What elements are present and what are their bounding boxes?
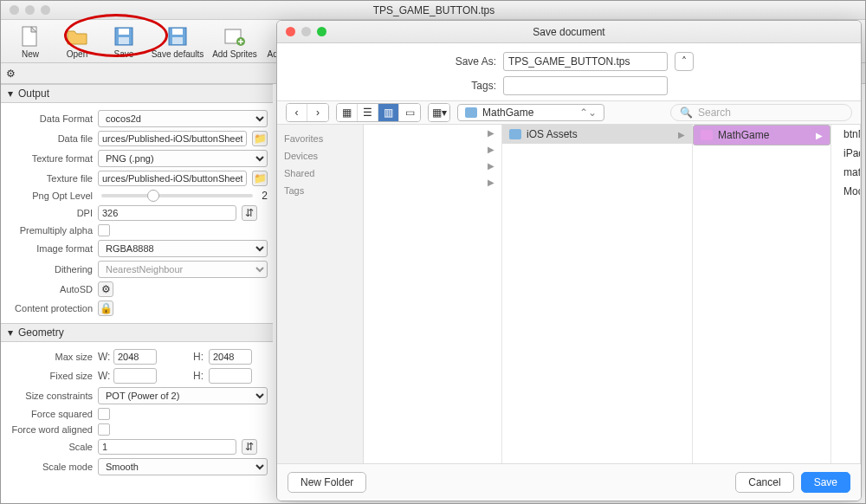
- save-dialog: Save document Save As: ˄ Tags: ‹› ▦ ☰ ▥ …: [276, 20, 862, 501]
- max-w-input[interactable]: [113, 349, 157, 365]
- scale-mode-select[interactable]: Smooth: [98, 458, 268, 475]
- folder-icon: [65, 24, 89, 48]
- image-format-select[interactable]: RGBA8888: [98, 240, 268, 257]
- list-item[interactable]: Mockup.psd: [831, 182, 860, 201]
- list-item[interactable]: mathgameMockup.png: [831, 163, 860, 182]
- chevron-updown-icon: ⌃⌄: [579, 107, 597, 119]
- save-icon: [112, 24, 136, 48]
- geometry-section-header[interactable]: ▾Geometry: [1, 323, 273, 342]
- max-h-input[interactable]: [209, 349, 252, 365]
- folder-icon: [465, 107, 477, 118]
- list-item[interactable]: ▶: [364, 158, 501, 174]
- dialog-title: Save document: [277, 26, 861, 38]
- stepper-icon[interactable]: ⇵: [242, 205, 257, 221]
- list-item[interactable]: iPadMockup.psd: [831, 144, 860, 163]
- dialog-close-traffic[interactable]: [286, 27, 295, 36]
- file-icon: [18, 24, 42, 48]
- svg-rect-5: [172, 29, 183, 35]
- close-traffic[interactable]: [10, 5, 19, 15]
- finder-sidebar: Favorites Devices Shared Tags: [277, 125, 364, 463]
- stepper-icon[interactable]: ⇵: [242, 439, 257, 455]
- coverflow-view-icon: ▭: [399, 104, 420, 121]
- min-traffic[interactable]: [25, 5, 35, 15]
- fixed-w-input[interactable]: [113, 368, 157, 384]
- gear-icon[interactable]: ⚙: [6, 68, 16, 80]
- browse-icon[interactable]: 📁: [252, 171, 268, 186]
- cancel-button[interactable]: Cancel: [735, 472, 793, 493]
- column-view-icon: ▥: [378, 104, 399, 121]
- svg-rect-3: [119, 37, 129, 44]
- add-sprites-button[interactable]: Add Sprites: [210, 23, 259, 61]
- search-icon: 🔍: [680, 107, 693, 119]
- texture-file-input[interactable]: [98, 171, 247, 186]
- png-opt-slider[interactable]: [101, 194, 253, 197]
- list-item[interactable]: ▶: [364, 125, 501, 141]
- svg-rect-6: [172, 37, 183, 44]
- force-squared-checkbox[interactable]: [98, 408, 110, 420]
- size-constraints-select[interactable]: POT (Power of 2): [98, 387, 268, 404]
- main-titlebar: TPS_GAME_BUTTON.tps: [1, 1, 866, 20]
- dpi-input[interactable]: [98, 205, 236, 221]
- column-3: btnMenu.png iPadMockup.psd mathgameMocku…: [831, 125, 861, 463]
- search-input[interactable]: 🔍 Search: [670, 104, 852, 121]
- expand-toggle[interactable]: ˄: [675, 52, 694, 71]
- icon-view-icon: ▦: [337, 104, 358, 121]
- save-as-label: Save As:: [444, 55, 496, 68]
- column-2: MathGame▶: [693, 125, 831, 463]
- list-item[interactable]: ▶: [364, 174, 501, 191]
- tags-input[interactable]: [503, 76, 668, 95]
- add-sprites-icon: [223, 24, 247, 48]
- data-format-select[interactable]: cocos2d: [98, 110, 268, 127]
- data-file-input[interactable]: [98, 131, 247, 146]
- list-item[interactable]: iOS Assets▶: [502, 125, 692, 144]
- new-folder-button[interactable]: New Folder: [288, 472, 366, 493]
- open-button[interactable]: Open: [56, 23, 98, 61]
- texture-format-select[interactable]: PNG (.png): [98, 150, 268, 167]
- sidebar-shared[interactable]: Shared: [277, 165, 363, 182]
- save-defaults-icon: [165, 24, 190, 48]
- folder-icon: [701, 130, 713, 140]
- svg-rect-2: [119, 29, 129, 35]
- folder-icon: [509, 129, 521, 139]
- content-protection-button[interactable]: 🔒: [98, 300, 113, 316]
- tags-label: Tags:: [444, 80, 496, 92]
- settings-panel: ▾Output Data Formatcocos2d Data file📁 Te…: [1, 84, 273, 504]
- column-1: iOS Assets▶: [502, 125, 693, 463]
- label: Data Format: [6, 113, 93, 124]
- view-mode-group[interactable]: ▦ ☰ ▥ ▭: [336, 103, 421, 122]
- zoom-traffic[interactable]: [41, 5, 50, 15]
- column-0: ▶ ▶ ▶ ▶: [364, 125, 502, 463]
- dialog-min-traffic[interactable]: [301, 27, 311, 36]
- list-view-icon: ☰: [358, 104, 378, 121]
- sidebar-favorites[interactable]: Favorites: [277, 130, 363, 147]
- save-button[interactable]: Save: [103, 23, 145, 61]
- list-item[interactable]: btnMenu.png: [831, 125, 860, 144]
- dithering-select[interactable]: NearestNeighbour: [98, 261, 268, 278]
- sidebar-tags[interactable]: Tags: [277, 182, 363, 199]
- nav-back-forward[interactable]: ‹›: [286, 103, 329, 122]
- save-dialog-button[interactable]: Save: [801, 472, 850, 493]
- png-opt-value: 2: [262, 190, 268, 202]
- main-title: TPS_GAME_BUTTON.tps: [1, 4, 866, 16]
- path-dropdown[interactable]: MathGame ⌃⌄: [457, 104, 604, 121]
- sidebar-devices[interactable]: Devices: [277, 147, 363, 165]
- premultiply-checkbox[interactable]: [98, 224, 110, 236]
- list-item[interactable]: MathGame▶: [693, 125, 830, 145]
- dialog-zoom-traffic[interactable]: [317, 27, 326, 36]
- new-button[interactable]: New: [10, 23, 51, 61]
- arrange-button[interactable]: ▦▾: [428, 103, 450, 122]
- force-word-aligned-checkbox[interactable]: [98, 423, 110, 436]
- list-item[interactable]: ▶: [364, 141, 501, 158]
- browse-icon[interactable]: 📁: [252, 131, 268, 146]
- fixed-h-input[interactable]: [209, 368, 252, 384]
- save-defaults-button[interactable]: Save defaults: [150, 23, 205, 61]
- output-section-header[interactable]: ▾Output: [1, 84, 273, 103]
- save-as-input[interactable]: [503, 52, 668, 71]
- autosd-button[interactable]: ⚙: [98, 281, 113, 297]
- scale-input[interactable]: [98, 439, 236, 455]
